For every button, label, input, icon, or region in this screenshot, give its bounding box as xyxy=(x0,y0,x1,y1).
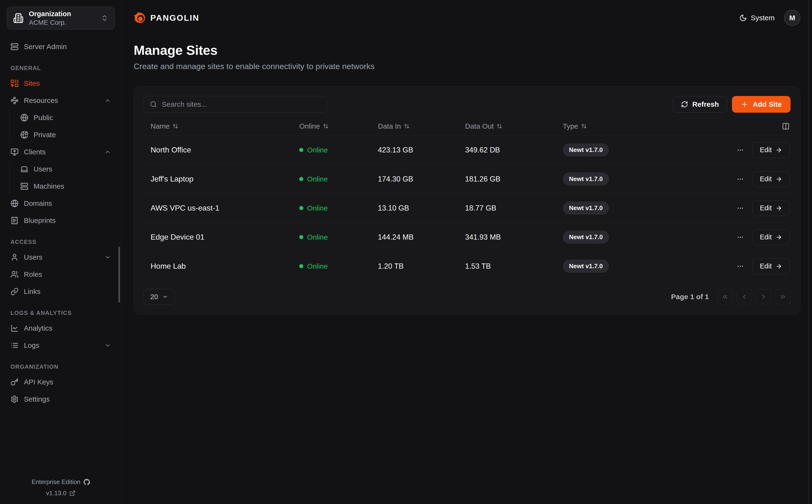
version-label: v1.13.0 xyxy=(46,489,66,497)
sidebar-item-domains[interactable]: Domains xyxy=(7,196,115,211)
sidebar-item-clients[interactable]: Clients xyxy=(7,144,115,160)
table-row: Jeff's Laptop Online 174.30 GB 181.26 GB… xyxy=(143,165,791,194)
column-header-name[interactable]: Name xyxy=(143,122,292,130)
org-selector-value: ACME Corp. xyxy=(29,18,96,27)
site-name: Jeff's Laptop xyxy=(143,175,292,183)
sidebar-item-links[interactable]: Links xyxy=(7,284,115,299)
last-page-button[interactable] xyxy=(775,289,791,304)
sidebar-item-private[interactable]: Private xyxy=(20,127,115,142)
edit-button[interactable]: Edit xyxy=(752,229,790,245)
sidebar-item-server-admin[interactable]: Server Admin xyxy=(7,39,115,54)
columns-icon[interactable] xyxy=(782,122,790,130)
online-dot xyxy=(299,206,303,210)
sidebar-item-blueprints[interactable]: Blueprints xyxy=(7,213,115,228)
column-header-online[interactable]: Online xyxy=(292,122,371,130)
org-selector[interactable]: Organization ACME Corp. xyxy=(7,7,115,30)
edition-link[interactable]: Enterprise Edition xyxy=(31,478,90,486)
row-menu-button[interactable] xyxy=(734,144,746,156)
laptop-icon xyxy=(20,165,28,173)
row-actions: Edit xyxy=(675,142,791,158)
online-dot xyxy=(299,235,303,239)
refresh-button[interactable]: Refresh xyxy=(673,96,727,113)
section-heading-organization: ORGANIZATION xyxy=(10,363,115,370)
sidebar-item-logs[interactable]: Logs xyxy=(7,338,115,353)
user-icon xyxy=(10,253,19,261)
topbar-right: System M xyxy=(739,10,800,26)
sidebar-item-label: Users xyxy=(34,165,111,173)
site-type: Newt v1.7.0 xyxy=(556,172,675,186)
column-label: Data Out xyxy=(465,122,494,130)
site-type: Newt v1.7.0 xyxy=(556,231,675,244)
sidebar-item-label: Links xyxy=(24,287,111,296)
row-menu-button[interactable] xyxy=(734,260,746,272)
search-input[interactable] xyxy=(162,100,320,108)
type-badge: Newt v1.7.0 xyxy=(563,172,609,186)
sidebar-item-label: Analytics xyxy=(24,324,111,332)
sort-icon xyxy=(404,123,410,129)
receipt-icon xyxy=(10,217,19,225)
combine-icon xyxy=(10,79,19,87)
site-type: Newt v1.7.0 xyxy=(556,143,675,156)
sidebar-item-api-keys[interactable]: API Keys xyxy=(7,374,115,390)
main-content: PANGOLIN System M Manage Sites Create an… xyxy=(122,0,812,504)
edit-button[interactable]: Edit xyxy=(752,258,790,274)
edit-button[interactable]: Edit xyxy=(752,200,790,216)
sidebar-item-machines[interactable]: Machines xyxy=(20,179,115,194)
avatar[interactable]: M xyxy=(784,10,800,26)
site-type: Newt v1.7.0 xyxy=(556,260,675,273)
next-page-button[interactable] xyxy=(756,289,771,304)
row-menu-button[interactable] xyxy=(734,231,746,243)
row-menu-button[interactable] xyxy=(734,202,746,214)
page-size-select[interactable]: 20 xyxy=(143,289,175,305)
sidebar-item-users[interactable]: Users xyxy=(7,250,115,265)
window-scrollbar-track[interactable] xyxy=(808,0,809,504)
theme-toggle[interactable]: System xyxy=(739,14,775,22)
column-label: Name xyxy=(151,122,170,130)
pangolin-logo-icon xyxy=(134,12,146,24)
page-info: Page 1 of 1 xyxy=(671,293,709,301)
server-icon xyxy=(10,43,19,51)
first-page-button[interactable] xyxy=(717,289,733,304)
table-row: Home Lab Online 1.20 TB 1.53 TB Newt v1.… xyxy=(143,252,791,281)
column-header-actions xyxy=(675,122,791,130)
online-dot xyxy=(299,148,303,152)
column-header-type[interactable]: Type xyxy=(556,122,675,130)
sidebar-item-roles[interactable]: Roles xyxy=(7,267,115,282)
chevron-up-icon xyxy=(104,149,111,155)
column-header-data-in[interactable]: Data In xyxy=(371,122,458,130)
edit-button[interactable]: Edit xyxy=(752,142,790,158)
edit-button[interactable]: Edit xyxy=(752,171,790,187)
sidebar-item-sites[interactable]: Sites xyxy=(7,76,115,91)
site-status: Online xyxy=(292,233,371,241)
sidebar-item-label: Server Admin xyxy=(24,43,111,51)
pager: Page 1 of 1 xyxy=(671,289,791,304)
column-header-data-out[interactable]: Data Out xyxy=(458,122,556,130)
previous-page-button[interactable] xyxy=(737,289,752,304)
chevron-down-icon xyxy=(104,342,111,349)
row-menu-button[interactable] xyxy=(734,173,746,185)
site-data-out: 181.26 GB xyxy=(458,175,556,183)
page-subtitle: Create and manage sites to enable connec… xyxy=(134,62,800,71)
sidebar-item-label: Clients xyxy=(24,148,99,156)
sidebar-nav: Server Admin GENERAL Sites Resources Pub… xyxy=(7,39,115,407)
add-site-button[interactable]: Add Site xyxy=(732,96,791,113)
sidebar-item-public[interactable]: Public xyxy=(20,110,115,125)
site-data-in: 1.20 TB xyxy=(371,262,458,271)
sidebar-scrollbar[interactable] xyxy=(118,247,120,302)
sidebar-item-settings[interactable]: Settings xyxy=(7,392,115,407)
online-label: Online xyxy=(307,175,328,183)
online-dot xyxy=(299,177,303,181)
globe-icon xyxy=(20,114,28,122)
sidebar-item-client-users[interactable]: Users xyxy=(20,161,115,177)
sidebar-item-resources[interactable]: Resources xyxy=(7,93,115,108)
resources-sub-list: Public Private xyxy=(10,110,115,142)
row-actions: Edit xyxy=(675,258,791,274)
version-link[interactable]: v1.13.0 xyxy=(46,489,75,497)
online-label: Online xyxy=(307,146,328,154)
key-icon xyxy=(10,378,19,386)
section-heading-logs-analytics: LOGS & ANALYTICS xyxy=(10,310,115,316)
theme-toggle-label: System xyxy=(751,14,775,22)
sidebar-item-analytics[interactable]: Analytics xyxy=(7,321,115,336)
search-icon xyxy=(150,101,157,108)
edition-label: Enterprise Edition xyxy=(31,478,80,486)
